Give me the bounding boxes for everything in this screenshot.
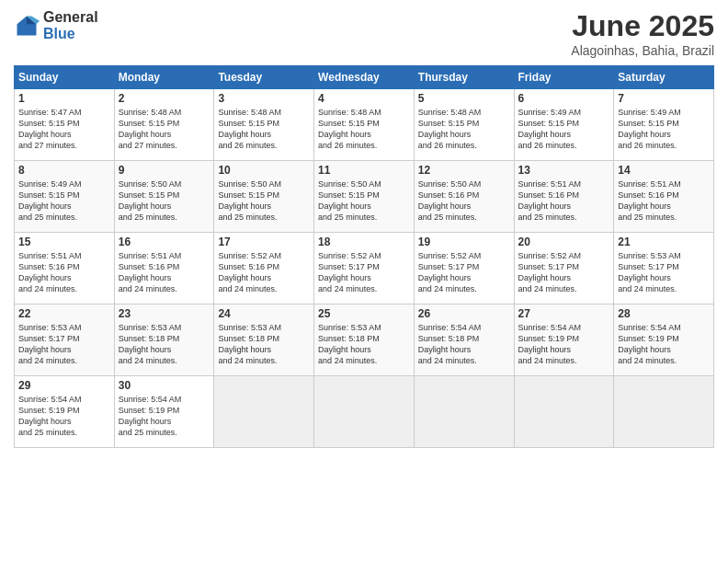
month-title: June 2025 [571, 9, 714, 43]
day-info: Sunrise: 5:47 AMSunset: 5:15 PMDaylight … [18, 107, 110, 152]
calendar-cell: 10Sunrise: 5:50 AMSunset: 5:15 PMDayligh… [214, 161, 314, 233]
day-number: 26 [418, 307, 510, 320]
day-info: Sunrise: 5:50 AMSunset: 5:15 PMDaylight … [218, 178, 310, 224]
day-number: 12 [418, 164, 510, 177]
calendar-cell [214, 376, 314, 448]
calendar-week-3: 15Sunrise: 5:51 AMSunset: 5:16 PMDayligh… [15, 233, 714, 304]
day-number: 6 [518, 92, 610, 105]
calendar-cell: 13Sunrise: 5:51 AMSunset: 5:16 PMDayligh… [514, 161, 614, 233]
day-info: Sunrise: 5:52 AMSunset: 5:17 PMDaylight … [318, 250, 410, 295]
day-number: 7 [618, 92, 710, 105]
calendar-cell: 4Sunrise: 5:48 AMSunset: 5:15 PMDaylight… [314, 89, 415, 161]
location: Alagoinhas, Bahia, Brazil [571, 43, 714, 58]
day-number: 13 [518, 164, 610, 177]
day-number: 24 [218, 307, 310, 320]
calendar-cell: 29Sunrise: 5:54 AMSunset: 5:19 PMDayligh… [15, 376, 115, 448]
calendar-cell: 9Sunrise: 5:50 AMSunset: 5:15 PMDaylight… [114, 161, 214, 233]
calendar-cell: 28Sunrise: 5:54 AMSunset: 5:19 PMDayligh… [614, 304, 714, 376]
header: General Blue June 2025 Alagoinhas, Bahia… [14, 9, 714, 58]
calendar-cell: 7Sunrise: 5:49 AMSunset: 5:15 PMDaylight… [614, 89, 714, 161]
day-info: Sunrise: 5:53 AMSunset: 5:17 PMDaylight … [18, 322, 110, 367]
calendar-cell [314, 376, 415, 448]
day-number: 20 [518, 236, 610, 248]
logo-icon [14, 13, 40, 39]
logo-text: General Blue [43, 9, 98, 41]
calendar-cell: 3Sunrise: 5:48 AMSunset: 5:15 PMDaylight… [214, 89, 314, 161]
calendar-cell: 6Sunrise: 5:49 AMSunset: 5:15 PMDaylight… [514, 89, 614, 161]
day-number: 2 [119, 92, 210, 105]
day-number: 27 [518, 307, 610, 320]
day-info: Sunrise: 5:52 AMSunset: 5:17 PMDaylight … [418, 250, 510, 295]
calendar-cell: 2Sunrise: 5:48 AMSunset: 5:15 PMDaylight… [114, 89, 214, 161]
calendar-week-2: 8Sunrise: 5:49 AMSunset: 5:15 PMDaylight… [15, 161, 714, 233]
header-thursday: Thursday [414, 66, 514, 89]
day-info: Sunrise: 5:48 AMSunset: 5:15 PMDaylight … [318, 107, 410, 152]
day-number: 8 [18, 164, 110, 177]
calendar-cell: 18Sunrise: 5:52 AMSunset: 5:17 PMDayligh… [314, 233, 415, 304]
day-number: 22 [18, 307, 110, 320]
calendar-cell: 14Sunrise: 5:51 AMSunset: 5:16 PMDayligh… [614, 161, 714, 233]
calendar-cell [414, 376, 514, 448]
day-number: 15 [18, 236, 110, 248]
day-info: Sunrise: 5:52 AMSunset: 5:16 PMDaylight … [218, 250, 310, 295]
calendar-cell: 23Sunrise: 5:53 AMSunset: 5:18 PMDayligh… [114, 304, 214, 376]
header-monday: Monday [114, 66, 214, 89]
page: General Blue June 2025 Alagoinhas, Bahia… [0, 0, 728, 563]
day-number: 3 [218, 92, 310, 105]
day-info: Sunrise: 5:51 AMSunset: 5:16 PMDaylight … [18, 250, 110, 295]
day-number: 14 [618, 164, 710, 177]
day-number: 17 [218, 236, 310, 248]
calendar-cell: 1Sunrise: 5:47 AMSunset: 5:15 PMDaylight… [15, 89, 115, 161]
calendar-cell: 26Sunrise: 5:54 AMSunset: 5:18 PMDayligh… [414, 304, 514, 376]
day-info: Sunrise: 5:50 AMSunset: 5:15 PMDaylight … [318, 178, 410, 224]
calendar-cell: 16Sunrise: 5:51 AMSunset: 5:16 PMDayligh… [114, 233, 214, 304]
day-number: 11 [318, 164, 410, 177]
header-sunday: Sunday [15, 66, 115, 89]
calendar-cell: 12Sunrise: 5:50 AMSunset: 5:16 PMDayligh… [414, 161, 514, 233]
logo: General Blue [14, 9, 98, 41]
header-wednesday: Wednesday [314, 66, 415, 89]
day-info: Sunrise: 5:53 AMSunset: 5:18 PMDaylight … [218, 322, 310, 367]
day-info: Sunrise: 5:49 AMSunset: 5:15 PMDaylight … [518, 107, 610, 152]
day-number: 10 [218, 164, 310, 177]
day-number: 21 [618, 236, 710, 248]
calendar-cell: 8Sunrise: 5:49 AMSunset: 5:15 PMDaylight… [15, 161, 115, 233]
day-number: 9 [119, 164, 210, 177]
calendar-cell: 22Sunrise: 5:53 AMSunset: 5:17 PMDayligh… [15, 304, 115, 376]
calendar-cell: 5Sunrise: 5:48 AMSunset: 5:15 PMDaylight… [414, 89, 514, 161]
day-info: Sunrise: 5:48 AMSunset: 5:15 PMDaylight … [218, 107, 310, 152]
day-info: Sunrise: 5:54 AMSunset: 5:19 PMDaylight … [618, 322, 710, 367]
calendar-cell [614, 376, 714, 448]
logo-blue-text: Blue [43, 26, 98, 42]
calendar-cell: 30Sunrise: 5:54 AMSunset: 5:19 PMDayligh… [114, 376, 214, 448]
day-info: Sunrise: 5:50 AMSunset: 5:15 PMDaylight … [119, 178, 210, 224]
calendar-week-1: 1Sunrise: 5:47 AMSunset: 5:15 PMDaylight… [15, 89, 714, 161]
calendar-cell: 24Sunrise: 5:53 AMSunset: 5:18 PMDayligh… [214, 304, 314, 376]
calendar-week-5: 29Sunrise: 5:54 AMSunset: 5:19 PMDayligh… [15, 376, 714, 448]
header-friday: Friday [514, 66, 614, 89]
day-number: 30 [119, 379, 210, 392]
day-number: 25 [318, 307, 410, 320]
calendar-cell: 17Sunrise: 5:52 AMSunset: 5:16 PMDayligh… [214, 233, 314, 304]
calendar-week-4: 22Sunrise: 5:53 AMSunset: 5:17 PMDayligh… [15, 304, 714, 376]
day-info: Sunrise: 5:50 AMSunset: 5:16 PMDaylight … [418, 178, 510, 224]
day-number: 1 [18, 92, 110, 105]
logo-general-text: General [43, 9, 98, 26]
day-info: Sunrise: 5:52 AMSunset: 5:17 PMDaylight … [518, 250, 610, 295]
day-number: 5 [418, 92, 510, 105]
day-info: Sunrise: 5:53 AMSunset: 5:18 PMDaylight … [119, 322, 210, 367]
header-saturday: Saturday [614, 66, 714, 89]
day-info: Sunrise: 5:49 AMSunset: 5:15 PMDaylight … [18, 178, 110, 224]
day-number: 4 [318, 92, 410, 105]
day-info: Sunrise: 5:54 AMSunset: 5:19 PMDaylight … [18, 394, 110, 439]
day-number: 28 [618, 307, 710, 320]
day-info: Sunrise: 5:54 AMSunset: 5:19 PMDaylight … [518, 322, 610, 367]
day-number: 23 [119, 307, 210, 320]
day-number: 29 [18, 379, 110, 392]
day-info: Sunrise: 5:54 AMSunset: 5:18 PMDaylight … [418, 322, 510, 367]
day-info: Sunrise: 5:53 AMSunset: 5:17 PMDaylight … [618, 250, 710, 295]
header-tuesday: Tuesday [214, 66, 314, 89]
calendar-header-row: SundayMondayTuesdayWednesdayThursdayFrid… [15, 66, 714, 89]
calendar-table: SundayMondayTuesdayWednesdayThursdayFrid… [14, 65, 714, 448]
title-block: June 2025 Alagoinhas, Bahia, Brazil [571, 9, 714, 58]
